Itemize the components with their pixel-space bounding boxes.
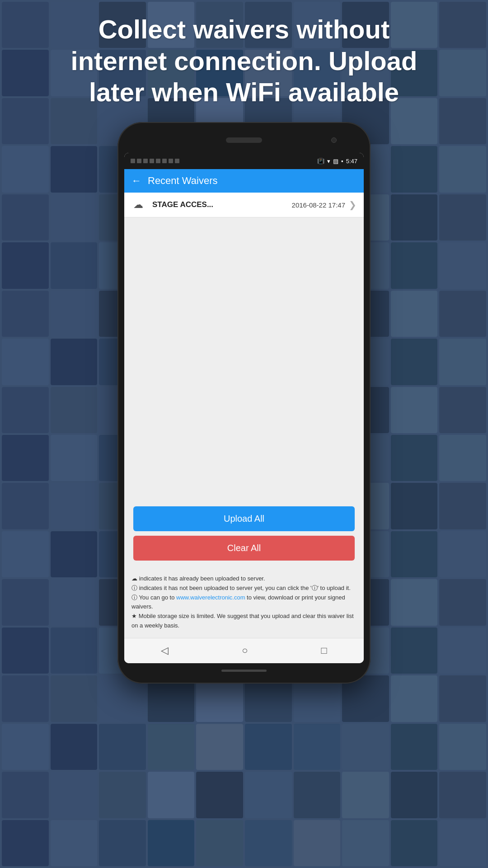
status-dot-7 (169, 159, 173, 163)
empty-list-area (124, 364, 364, 500)
status-bar: 📳 ▾ ▨ ▪ 5:47 (124, 153, 364, 169)
star-icon: ★ (131, 613, 137, 619)
status-dot-4 (150, 159, 154, 163)
nav-recent-button[interactable]: □ (317, 640, 332, 661)
status-dot-3 (143, 159, 148, 163)
phone-screen: 📳 ▾ ▨ ▪ 5:47 ← Recent Waivers ☁ STAGE AC… (124, 153, 364, 663)
status-time: 5:47 (346, 158, 357, 165)
info-line-2: ⓘ indicates it has not been uploaded to … (131, 584, 357, 593)
phone-camera (331, 137, 337, 143)
signal-icon: ▨ (333, 158, 338, 165)
info-line-1: ☁ indicates it has already been uploaded… (131, 574, 357, 584)
upload-all-button[interactable]: Upload All (133, 506, 355, 531)
phone-bottom (124, 663, 364, 675)
status-dot-6 (162, 159, 167, 163)
chevron-icon: ❯ (349, 199, 357, 210)
list-item[interactable]: ☁ STAGE ACCES... 2016-08-22 17:47 ❯ (124, 193, 364, 217)
status-dot-2 (137, 159, 141, 163)
toolbar-title: Recent Waivers (148, 175, 217, 187)
list-item-info: STAGE ACCES... (152, 200, 292, 209)
status-left (131, 159, 179, 163)
bottom-navigation: ◁ ○ □ (124, 638, 364, 663)
status-dot-8 (175, 159, 179, 163)
link-info-icon: ⓘ (131, 594, 137, 601)
app-toolbar: ← Recent Waivers (124, 169, 364, 193)
phone-speaker (226, 137, 262, 143)
cloud-info-icon: ☁ (131, 575, 137, 582)
status-dot-1 (131, 159, 135, 163)
upload-info-icon: ⓘ (131, 585, 137, 591)
info-section: ☁ indicates it has already been uploaded… (124, 570, 364, 638)
status-right: 📳 ▾ ▨ ▪ 5:47 (317, 158, 357, 165)
clear-all-button[interactable]: Clear All (133, 536, 355, 561)
cloud-icon: ☁ (131, 199, 145, 211)
waivers-list: ☁ STAGE ACCES... 2016-08-22 17:47 ❯ (124, 193, 364, 364)
action-buttons: Upload All Clear All (124, 500, 364, 570)
waiver-link[interactable]: www.waiverelectronic.com (176, 594, 245, 601)
wifi-icon: ▾ (327, 158, 330, 165)
header-text: Collect waivers without internet connect… (0, 14, 488, 108)
battery-icon: ▪ (341, 158, 343, 165)
nav-back-button[interactable]: ◁ (156, 640, 173, 661)
info-text-1: indicates it has already been uploaded t… (139, 575, 265, 582)
status-dot-5 (156, 159, 160, 163)
info-line-4: ★ Mobile storage size is limited. We sug… (131, 612, 357, 631)
waiver-date: 2016-08-22 17:47 (292, 201, 345, 209)
home-indicator (221, 670, 267, 672)
phone-top (124, 131, 364, 149)
info-text-2: indicates it has not been uploaded to se… (139, 585, 351, 591)
info-text-3: You can go to (139, 594, 176, 601)
back-button[interactable]: ← (131, 175, 141, 187)
vibrate-icon: 📳 (317, 158, 324, 165)
waiver-name: STAGE ACCES... (152, 200, 213, 209)
phone-device: 📳 ▾ ▨ ▪ 5:47 ← Recent Waivers ☁ STAGE AC… (117, 122, 371, 684)
info-line-3: ⓘ You can go to www.waiverelectronic.com… (131, 593, 357, 612)
nav-home-button[interactable]: ○ (237, 640, 252, 661)
info-text-4: Mobile storage size is limited. We sugge… (131, 613, 354, 629)
